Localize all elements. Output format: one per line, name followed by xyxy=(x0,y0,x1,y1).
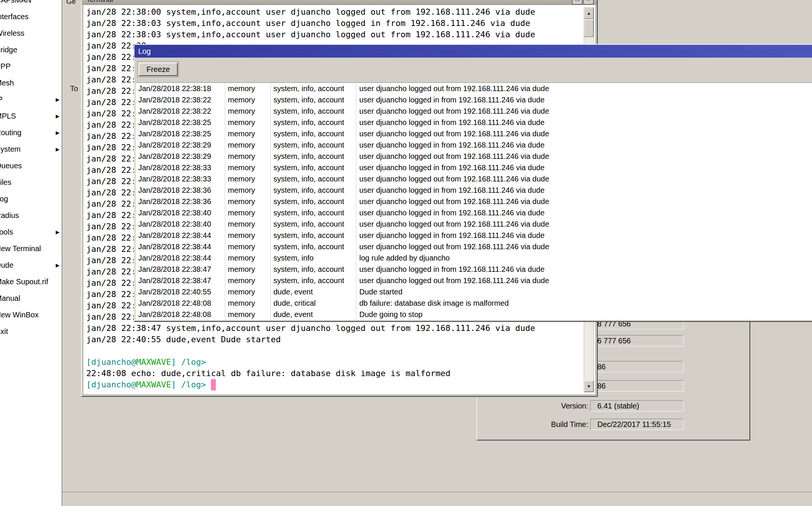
log-row[interactable]: Jan/28/2018 22:38:18 memory system, info… xyxy=(136,83,812,94)
field-value: 86 xyxy=(590,380,684,392)
log-row[interactable]: Jan/28/2018 22:38:44 memory system, info… xyxy=(136,241,812,252)
sidebar-item-ppp[interactable]: PPP ▶ xyxy=(0,58,62,75)
maximize-button[interactable]: ❐ xyxy=(572,0,582,5)
terminal-line: jan/28 22:40:55 dude,event Dude started xyxy=(86,334,535,345)
sidebar-item-new-terminal[interactable]: New Terminal ▶ xyxy=(0,240,62,257)
log-topics: system, info, account xyxy=(271,207,356,218)
log-row[interactable]: Jan/28/2018 22:38:40 memory system, info… xyxy=(136,218,812,230)
log-row[interactable]: Jan/28/2018 22:48:08 memory dude, event … xyxy=(136,309,812,320)
log-time: Jan/28/2018 22:38:22 xyxy=(136,94,225,105)
sidebar-item-log[interactable]: Log ▶ xyxy=(0,191,62,207)
sidebar-item-dude[interactable]: Dude ▶ xyxy=(0,257,62,273)
log-message: Dude started xyxy=(356,286,812,297)
sidebar-item-exit[interactable]: Exit ▶ xyxy=(0,323,62,340)
sidebar-item-radius[interactable]: Radius ▶ xyxy=(0,207,62,224)
log-topics: dude, event xyxy=(271,286,356,297)
sidebar-item-files[interactable]: Files ▶ xyxy=(0,174,62,191)
log-buffer: memory xyxy=(225,94,271,105)
log-time: Jan/28/2018 22:38:40 xyxy=(136,207,225,218)
log-time: Jan/28/2018 22:38:29 xyxy=(136,151,225,162)
sidebar-item-mesh[interactable]: Mesh ▶ xyxy=(0,75,62,91)
terminal-line: 22:48:08 echo: dude,critical db failure:… xyxy=(86,368,535,379)
log-row[interactable]: Jan/28/2018 22:48:08 memory dude, critic… xyxy=(136,297,812,309)
log-message: user djuancho logged in from 192.168.111… xyxy=(356,117,812,128)
log-time: Jan/28/2018 22:38:18 xyxy=(136,83,225,94)
close-button[interactable]: ✕ xyxy=(583,0,594,5)
sidebar-item-label: System xyxy=(0,145,21,154)
log-row[interactable]: Jan/28/2018 22:38:40 memory system, info… xyxy=(136,207,812,218)
sidebar-item-queues[interactable]: Queues ▶ xyxy=(0,157,62,174)
log-message: user djuancho logged out from 192.168.11… xyxy=(356,151,812,162)
log-topics: dude, critical xyxy=(271,297,356,309)
log-message: user djuancho logged out from 192.168.11… xyxy=(356,275,812,286)
log-buffer: memory xyxy=(225,264,271,275)
scroll-thumb[interactable] xyxy=(584,20,594,37)
sidebar-item-label: PPP xyxy=(0,62,11,71)
log-row[interactable]: Jan/28/2018 22:38:22 memory system, info… xyxy=(136,94,812,105)
desktop: Ge To CAPsMAN ▶ Interfaces ▶ Wireless ▶ … xyxy=(0,0,812,506)
sidebar-item-label: New WinBox xyxy=(0,311,38,319)
sidebar-item-wireless[interactable]: Wireless ▶ xyxy=(0,25,62,41)
log-message: user djuancho logged out from 192.168.11… xyxy=(356,128,812,139)
log-row[interactable]: Jan/28/2018 22:38:29 memory system, info… xyxy=(136,139,812,151)
log-message: user djuancho logged in from 192.168.111… xyxy=(356,162,812,173)
log-message: user djuancho logged in from 192.168.111… xyxy=(356,139,812,151)
terminal-window-buttons: ❐ ✕ xyxy=(572,0,594,5)
sidebar-menu: CAPsMAN ▶ Interfaces ▶ Wireless ▶ Bridge… xyxy=(0,0,62,506)
sidebar-item-new-winbox[interactable]: New WinBox ▶ xyxy=(0,306,62,323)
sidebar-item-capsman[interactable]: CAPsMAN ▶ xyxy=(0,0,62,8)
log-buffer: memory xyxy=(225,139,271,151)
sidebar-item-bridge[interactable]: Bridge ▶ xyxy=(0,41,62,58)
log-time: Jan/28/2018 22:38:25 xyxy=(136,128,225,139)
log-buffer: memory xyxy=(225,241,271,252)
sidebar-item-mpls[interactable]: MPLS ▶ xyxy=(0,108,62,124)
scroll-down-button[interactable]: ▼ xyxy=(584,381,594,392)
sidebar-item-label: Mesh xyxy=(0,79,14,87)
sidebar-item-ip[interactable]: IP ▶ xyxy=(0,91,62,108)
log-row[interactable]: Jan/28/2018 22:38:44 memory system, info… xyxy=(136,230,812,241)
sidebar-item-label: MPLS xyxy=(0,112,16,120)
log-topics: system, info, account xyxy=(271,105,356,117)
log-buffer: memory xyxy=(225,83,271,94)
log-row[interactable]: Jan/28/2018 22:38:47 memory system, info… xyxy=(136,275,812,286)
sidebar-item-tools[interactable]: Tools ▶ xyxy=(0,224,62,240)
log-row[interactable]: Jan/28/2018 22:38:36 memory system, info… xyxy=(136,184,812,196)
sidebar-item-interfaces[interactable]: Interfaces ▶ xyxy=(0,8,62,25)
log-row[interactable]: Jan/28/2018 22:38:33 memory system, info… xyxy=(136,173,812,184)
log-row[interactable]: Jan/28/2018 22:38:36 memory system, info… xyxy=(136,196,812,207)
log-message: user djuancho logged in from 192.168.111… xyxy=(356,230,812,241)
log-time: Jan/28/2018 22:38:44 xyxy=(136,230,225,241)
log-row[interactable]: Jan/28/2018 22:40:55 memory dude, event … xyxy=(136,286,812,297)
freeze-button[interactable]: Freeze xyxy=(139,62,178,76)
log-buffer: memory xyxy=(225,196,271,207)
log-row[interactable]: Jan/28/2018 22:38:22 memory system, info… xyxy=(136,105,812,117)
log-buffer: memory xyxy=(225,230,271,241)
log-topics: dude, event xyxy=(271,309,356,320)
log-titlebar[interactable]: Log xyxy=(134,45,812,58)
log-row[interactable]: Jan/28/2018 22:38:33 memory system, info… xyxy=(136,162,812,173)
log-topics: system, info, account xyxy=(271,196,356,207)
log-buffer: memory xyxy=(225,173,271,184)
log-row[interactable]: Jan/28/2018 22:38:44 memory system, info… xyxy=(136,252,812,264)
sidebar-item-system[interactable]: System ▶ xyxy=(0,141,62,157)
log-time: Jan/28/2018 22:38:33 xyxy=(136,173,225,184)
sidebar-item-manual[interactable]: Manual ▶ xyxy=(0,290,62,306)
log-row[interactable]: Jan/28/2018 22:38:29 memory system, info… xyxy=(136,151,812,162)
sidebar-item-label: Routing xyxy=(0,128,21,137)
log-topics: system, info, account xyxy=(271,162,356,173)
sidebar-item-make-supout-rif[interactable]: Make Supout.rif ▶ xyxy=(0,273,62,290)
log-buffer: memory xyxy=(225,151,271,162)
log-topics: system, info, account xyxy=(271,128,356,139)
terminal-line: [djuancho@MAXWAVE] /log> xyxy=(86,357,535,368)
terminal-titlebar[interactable]: Terminal ❐ ✕ xyxy=(82,0,597,5)
terminal-line: jan/28 22:38:47 system,info,account user… xyxy=(86,323,535,334)
log-topics: system, info, account xyxy=(271,173,356,184)
log-row[interactable]: Jan/28/2018 22:38:47 memory system, info… xyxy=(136,264,812,275)
scroll-up-button[interactable]: ▲ xyxy=(584,8,594,19)
sidebar-item-label: Interfaces xyxy=(0,12,29,21)
log-window-title: Log xyxy=(138,47,151,56)
field-value: Dec/22/2017 11:55:15 xyxy=(590,419,684,430)
sidebar-item-routing[interactable]: Routing ▶ xyxy=(0,124,62,141)
log-row[interactable]: Jan/28/2018 22:38:25 memory system, info… xyxy=(136,117,812,128)
log-row[interactable]: Jan/28/2018 22:38:25 memory system, info… xyxy=(136,128,812,139)
